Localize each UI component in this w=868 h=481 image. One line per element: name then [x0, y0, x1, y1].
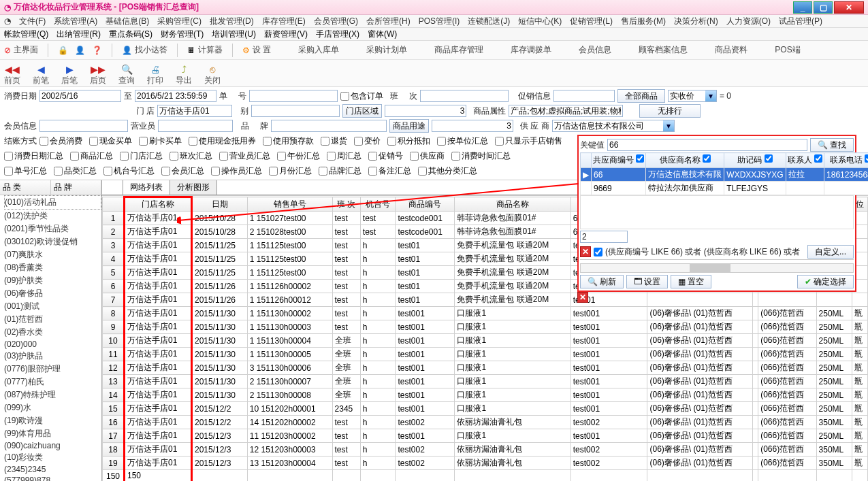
popup-row[interactable]: 9669特拉法尔加供应商TLFEJGYS	[581, 182, 869, 195]
grid-header[interactable]: 日期	[191, 197, 247, 212]
menu-item[interactable]: 手店管理(X)	[316, 29, 359, 40]
tab-chart[interactable]: 分析图形	[170, 180, 217, 195]
table-row[interactable]: 14万信达手店012015/11/302 151130h00008全班htest…	[103, 388, 868, 402]
tree-item[interactable]: (99)体育用品	[4, 427, 101, 440]
tree-item[interactable]: (19)欧诗漫	[4, 414, 101, 427]
summary-checkbox[interactable]: 营业员汇总	[219, 150, 270, 162]
menu-item[interactable]: 帐款管理(Q)	[4, 29, 48, 40]
summary-checkbox[interactable]: 门店汇总	[120, 150, 163, 162]
help-icon[interactable]: ❓	[92, 46, 102, 55]
minimize-button[interactable]: _	[793, 1, 812, 14]
grid-header[interactable]	[103, 197, 125, 212]
menu-item[interactable]: 会员管理(G)	[314, 16, 358, 27]
tree-item[interactable]: (030102)欧诗漫促销	[4, 235, 101, 248]
table-row[interactable]: 15万信达手店012015/12/210 151202h000012345hte…	[103, 402, 868, 416]
prev-button[interactable]: ◀前笔	[33, 65, 49, 86]
tree-item[interactable]: (02)香水类	[4, 326, 101, 339]
grid-header[interactable]: 商品名称	[455, 197, 570, 212]
summary-checkbox[interactable]: 消费日期汇总	[4, 150, 63, 162]
date-from-input[interactable]	[39, 90, 121, 102]
popup-col[interactable]: 供应商名称	[646, 153, 724, 168]
toolbar-link[interactable]: 采购计划单	[366, 44, 407, 56]
toolbar-link[interactable]: 采购入库单	[298, 44, 339, 56]
menu-item[interactable]: 窗体(W)	[368, 29, 397, 40]
settle-opt[interactable]: 退货	[321, 135, 347, 147]
tree-item[interactable]: (087)特殊护理	[4, 388, 101, 401]
tree-item[interactable]: (01)范哲西	[4, 313, 101, 326]
menu-item[interactable]: 人力资源(O)	[726, 16, 771, 27]
menu-item[interactable]: 培训管理(U)	[212, 29, 256, 40]
table-row[interactable]: 9万信达手店012015/11/301 151130h00003testhtes…	[103, 320, 868, 334]
menu-item[interactable]: 促销管理(L)	[570, 16, 613, 27]
menu-item[interactable]: 会所管理(H)	[366, 16, 411, 27]
menu-item[interactable]: 财务管理(T)	[161, 29, 204, 40]
promo-input[interactable]	[553, 90, 615, 102]
table-row[interactable]: 8万信达手店012015/11/301 151130h00002testhtes…	[103, 307, 868, 320]
popup-col[interactable]: 联系人	[786, 153, 824, 168]
sales-input[interactable]	[158, 120, 233, 132]
supplier-dropdown[interactable]: 万信达信息技术有限公司▾	[552, 120, 675, 132]
table-row[interactable]: 19万信达手店012015/12/313 151203h00004testhte…	[103, 457, 868, 470]
summary-checkbox[interactable]: 促销号	[368, 150, 403, 162]
summary-checkbox[interactable]: 备注汇总	[368, 165, 411, 177]
settle-opt[interactable]: 只显示手店销售	[495, 135, 562, 147]
first-page-button[interactable]: ◀◀前页	[4, 65, 20, 86]
main-button[interactable]: 主界面	[14, 44, 38, 56]
popup-refresh-button[interactable]: 🔍刷新	[580, 275, 624, 288]
tree-item[interactable]: (0777)柏氏	[4, 376, 101, 388]
table-row[interactable]: 7万信达手店012015/11/261 151126h00012testhtes…	[103, 293, 868, 307]
settle-opt[interactable]: 积分抵扣	[387, 135, 430, 147]
tree-item[interactable]: (010)活动礼品	[4, 195, 101, 210]
goods-use-button[interactable]: 商品用途	[389, 119, 429, 133]
tree-item[interactable]: (03)护肤品	[4, 350, 101, 363]
tree-item[interactable]: (099)水	[4, 401, 101, 414]
grid-header[interactable]: 机台号	[360, 197, 396, 212]
user-icon[interactable]: 👤	[75, 46, 85, 55]
tree-item[interactable]: (001)测试	[4, 300, 101, 313]
grid-header[interactable]: 商品编号	[396, 197, 455, 212]
popup-find-button[interactable]: 🔍查找	[810, 138, 854, 152]
menu-item[interactable]: 采购管理(C)	[157, 16, 202, 27]
tree-item[interactable]: (090)caizhuang	[4, 440, 101, 451]
find-dada-button[interactable]: 找小达答	[135, 44, 167, 56]
close-page-button[interactable]: ⎋关闭	[204, 65, 221, 86]
grid-header[interactable]: 班 次	[332, 197, 360, 212]
toolbar-link[interactable]: 商品资料	[715, 44, 748, 56]
popup-grid[interactable]: 共应商编号 供应商名称 助记码 联系人 联系电话 ▶66万信达信息技术有限WXD…	[580, 152, 868, 195]
summary-checkbox[interactable]: 消费时间汇总	[451, 150, 511, 162]
menu-item[interactable]: 系统管理(A)	[54, 16, 97, 27]
next-button[interactable]: ▶后笔	[61, 65, 78, 86]
popup-col[interactable]: 共应商编号	[592, 153, 646, 168]
toolbar-link[interactable]: 顾客档案信息	[639, 44, 688, 56]
toolbar-link[interactable]: 会员信息	[579, 44, 611, 56]
menu-item[interactable]: 重点条码(S)	[109, 29, 152, 40]
maximize-button[interactable]: ▢	[814, 1, 833, 14]
summary-checkbox[interactable]: 商品汇总	[70, 150, 113, 162]
summary-checkbox[interactable]: 其他分类汇总	[418, 165, 477, 177]
store-area-button[interactable]: 门店区域	[342, 104, 382, 118]
settle-opt[interactable]: 会员消费	[39, 135, 82, 147]
bie-input[interactable]	[251, 105, 340, 117]
tree-item[interactable]: (09)护肤类	[4, 274, 101, 287]
table-row[interactable]: 10万信达手店012015/11/301 151130h00004全班htest…	[103, 334, 868, 348]
popup-confirm-button[interactable]: ✔确定选择	[797, 275, 854, 288]
table-row[interactable]: 17万信达手店012015/12/311 151203h00002testhte…	[103, 429, 868, 443]
table-row[interactable]: 18万信达手店012015/12/312 151203h00003testhte…	[103, 443, 868, 457]
table-row[interactable]: 16万信达手店012015/12/214 151202h00002testhte…	[103, 416, 868, 429]
settle-opt[interactable]: 使用现金抵用券	[189, 135, 256, 147]
popup-col[interactable]: 联系电话	[824, 153, 868, 168]
menu-item[interactable]: 文件(F)	[19, 16, 46, 27]
popup-settings-button[interactable]: 🗔设置	[626, 275, 668, 288]
tree-item[interactable]: (577999)878	[4, 475, 101, 481]
lock-icon[interactable]: 🔒	[58, 46, 68, 55]
menu-item[interactable]: 短信中心(K)	[518, 16, 562, 27]
tree-item[interactable]: (2345)2345	[4, 464, 101, 475]
tree-item[interactable]: (08)香薰类	[4, 261, 101, 274]
toolbar-link[interactable]: 库存调拨单	[511, 44, 551, 56]
grid-header[interactable]: 门店名称	[125, 197, 192, 212]
popup-col[interactable]: 助记码	[724, 153, 786, 168]
tree-item[interactable]: (020)000	[4, 339, 101, 350]
summary-checkbox[interactable]: 会员汇总	[161, 165, 204, 177]
settings-button[interactable]: 设 置	[253, 44, 271, 56]
shift-input[interactable]	[420, 90, 509, 102]
